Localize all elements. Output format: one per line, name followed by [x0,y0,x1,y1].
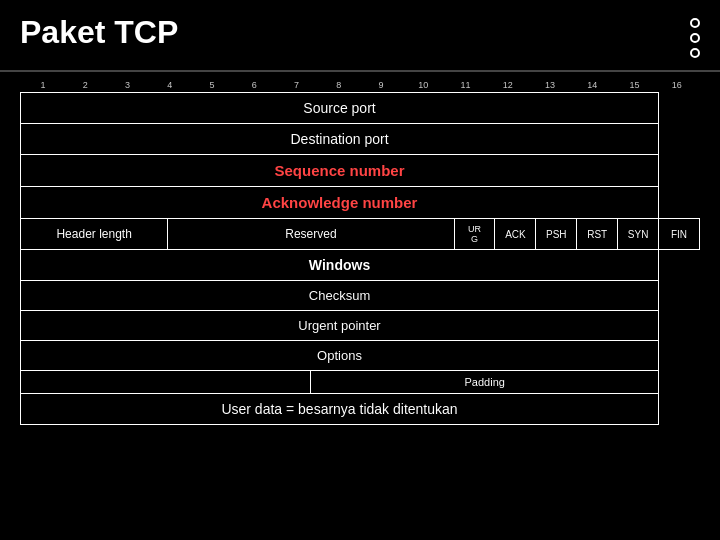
options-row: Options [21,341,700,371]
tcp-packet-table: Source port Destination port Sequence nu… [20,92,700,425]
fin-flag-cell: FIN [659,219,700,250]
acknowledge-number-row: Acknowledge number [21,187,700,219]
checksum-row: Checksum [21,281,700,311]
urg-cell: URG [454,219,495,250]
source-port-row: Source port [21,93,700,124]
dot1 [690,18,700,28]
page-title: Paket TCP [20,14,178,51]
urgent-pointer-row: Urgent pointer [21,311,700,341]
windows-cell: Windows [21,250,659,281]
dot3 [690,48,700,58]
checksum-cell: Checksum [21,281,659,311]
bit-number-row: 1 2 3 4 5 6 7 8 9 10 11 12 13 14 15 16 [20,80,700,90]
padding-row: Padding [21,371,700,394]
reserved-cell: Reserved [168,219,454,250]
syn-flag-cell: SYN [618,219,659,250]
sequence-number-cell: Sequence number [21,155,659,187]
options-cell: Options [21,341,659,371]
destination-port-row: Destination port [21,124,700,155]
dot2 [690,33,700,43]
source-port-cell: Source port [21,93,659,124]
sequence-number-row: Sequence number [21,155,700,187]
psh-flag-cell: PSH [536,219,577,250]
user-data-row: User data = besarnya tidak ditentukan [21,394,700,425]
windows-row: Windows [21,250,700,281]
rst-flag-cell: RST [577,219,618,250]
acknowledge-number-cell: Acknowledge number [21,187,659,219]
menu-dots-icon[interactable] [690,14,700,58]
padding-empty-left [21,371,311,394]
padding-cell: Padding [311,371,659,394]
urgent-pointer-cell: Urgent pointer [21,311,659,341]
header-flags-row: Header length Reserved URG ACK PSH RST S… [21,219,700,250]
header-length-cell: Header length [21,219,168,250]
ack-flag-cell: ACK [495,219,536,250]
user-data-cell: User data = besarnya tidak ditentukan [21,394,659,425]
destination-port-cell: Destination port [21,124,659,155]
